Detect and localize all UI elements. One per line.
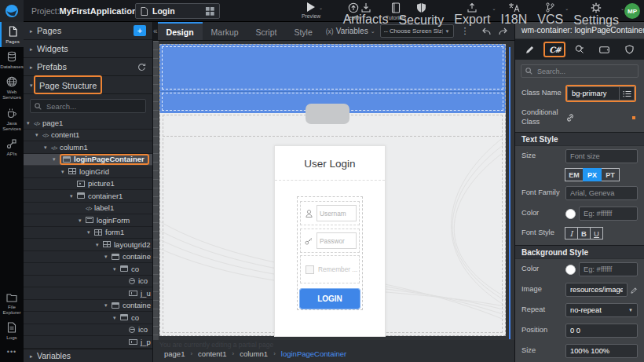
remember-checkbox[interactable] (306, 265, 314, 274)
logs-icon (7, 322, 16, 333)
section-pages[interactable]: Pages (24, 22, 152, 40)
underline-button[interactable]: U (590, 227, 603, 240)
class-list-button[interactable] (619, 86, 635, 101)
password-input[interactable]: Passwor (317, 232, 357, 249)
section-variables[interactable]: Variables (24, 349, 152, 362)
repeat-select[interactable]: no-repeat (565, 303, 638, 317)
username-input[interactable]: Usernam (317, 205, 357, 221)
login-card-title[interactable]: User Login (275, 158, 385, 170)
remember-me-field[interactable]: Remember ... (300, 255, 360, 283)
tree-item-loginForm[interactable]: loginForm (24, 214, 152, 227)
text-color-swatch[interactable] (565, 209, 576, 219)
bold-button[interactable]: B (577, 227, 591, 240)
rail-item-web-services[interactable]: Web Services (0, 72, 24, 103)
i18n-button[interactable]: I18N (500, 2, 527, 27)
tree-search-box[interactable] (30, 99, 146, 113)
tree-item-container[interactable]: co (24, 312, 152, 324)
font-size-input[interactable] (565, 149, 638, 163)
background-color-input[interactable] (579, 262, 638, 276)
tab-style[interactable]: Style (285, 22, 320, 40)
tree-item-column1[interactable]: column1 (24, 141, 152, 154)
rail-item-pages[interactable]: Pages (0, 22, 24, 47)
tree-search-input[interactable] (45, 101, 141, 112)
breadcrumb-loginPageContainer[interactable]: loginPageContainer (281, 349, 346, 358)
unit-px-button[interactable]: PX (583, 168, 602, 181)
rail-item-apis[interactable]: APIs (0, 134, 24, 159)
tree-item-loginGrid[interactable]: loginGrid (24, 166, 152, 178)
rail-item-databases[interactable]: Databases (0, 47, 24, 72)
redo-button[interactable] (495, 27, 512, 36)
canvas-page[interactable]: User Login Usernam (159, 44, 506, 336)
text-color-input[interactable] (579, 207, 638, 221)
username-field[interactable]: Usernam (300, 201, 360, 225)
dashboard-grid-icon[interactable] (206, 7, 214, 16)
more-options-icon[interactable] (0, 343, 24, 362)
tree-item-picture1[interactable]: picture1 (24, 178, 152, 191)
tab-security[interactable] (618, 42, 640, 57)
login-button[interactable]: LOGIN (300, 289, 360, 309)
tree-item-j_username[interactable]: j_u (24, 287, 152, 300)
class-name-input[interactable] (567, 86, 619, 101)
background-position-input[interactable] (565, 324, 638, 338)
tab-markup[interactable]: Markup (203, 22, 247, 40)
tree-item-icon[interactable]: ico (24, 324, 152, 337)
section-prefabs[interactable]: Prefabs (24, 58, 152, 76)
tab-design[interactable]: Design (158, 22, 203, 40)
background-image-input[interactable] (565, 283, 628, 297)
login-card[interactable]: User Login Usernam (274, 145, 386, 337)
picture1-placeholder[interactable] (306, 104, 349, 124)
tree-item-container[interactable]: containe (24, 251, 152, 264)
font-family-input[interactable] (565, 186, 638, 200)
tab-script[interactable]: Script (247, 22, 286, 40)
tree-item-layoutgrid2[interactable]: layoutgrid2 (24, 239, 152, 251)
tree-item-page1[interactable]: page1 (24, 117, 152, 130)
rail-item-file-explorer[interactable]: File Explorer (0, 289, 24, 318)
tree-item-loginPageContainer[interactable]: loginPageContainer (24, 154, 152, 166)
tree-item-label1[interactable]: label1 (24, 203, 152, 215)
properties-search-input[interactable] (536, 67, 634, 76)
tab-properties[interactable] (519, 42, 541, 57)
tree-item-content1[interactable]: content1 (24, 130, 152, 142)
unit-pt-button[interactable]: PT (601, 168, 620, 181)
user-avatar[interactable]: MP (624, 3, 640, 19)
bind-link-icon[interactable] (565, 113, 575, 122)
export-button[interactable]: Export (454, 2, 490, 27)
breadcrumb-content1[interactable]: content1 (198, 349, 226, 358)
tree-item-form1[interactable]: form1 (24, 227, 152, 240)
export-dropdown-icon[interactable] (492, 5, 496, 11)
tree-item-icon[interactable]: ico (24, 276, 152, 288)
tab-device[interactable] (594, 42, 616, 57)
login-form-group[interactable]: Usernam Passwor (297, 196, 363, 310)
background-size-input[interactable] (565, 344, 638, 358)
add-page-button[interactable] (134, 25, 146, 36)
artifacts-button[interactable]: Artifacts (343, 2, 389, 27)
rail-item-logs[interactable]: Logs (0, 318, 24, 343)
breadcrumb-page1[interactable]: page1 (164, 349, 185, 358)
preview-dropdown-icon[interactable] (319, 5, 323, 10)
tab-locate[interactable] (569, 42, 591, 57)
settings-button[interactable]: Settings (573, 2, 619, 27)
breadcrumb-column1[interactable]: column1 (240, 349, 268, 358)
tree-item-container1[interactable]: container1 (24, 190, 152, 203)
wavemaker-logo-icon[interactable] (0, 0, 24, 22)
refresh-icon[interactable] (137, 63, 146, 71)
italic-button[interactable]: I (565, 227, 578, 240)
section-widgets[interactable]: Widgets (24, 40, 152, 58)
security-button[interactable]: Security (398, 2, 444, 27)
properties-search-box[interactable] (521, 64, 639, 78)
tree-item-container[interactable]: containe (24, 300, 152, 313)
vcs-dropdown-icon[interactable] (565, 5, 569, 11)
page-tab-login[interactable]: Login (135, 3, 220, 19)
section-page-structure[interactable]: Page Structure (24, 76, 152, 94)
undo-button[interactable] (478, 27, 495, 36)
background-color-swatch[interactable] (565, 265, 576, 275)
unit-em-button[interactable]: EM (565, 168, 584, 181)
password-field[interactable]: Passwor (300, 229, 360, 253)
preview-button[interactable]: Preview (294, 2, 328, 19)
tree-item-container[interactable]: co (24, 263, 152, 276)
tree-item-j_password[interactable]: j_p (24, 336, 152, 349)
edit-link-icon[interactable] (631, 286, 638, 294)
vcs-button[interactable]: VCS (537, 2, 563, 27)
tab-styles[interactable] (543, 42, 565, 57)
rail-item-java-services[interactable]: Java Services (0, 104, 24, 134)
